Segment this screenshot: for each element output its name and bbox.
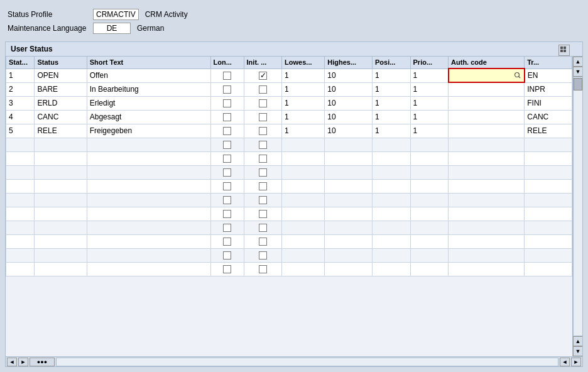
header-section: Status Profile CRMACTIV CRM Activity Mai…: [5, 5, 583, 41]
col-header-tr: Tr...: [525, 57, 572, 68]
main-container: Status Profile CRMACTIV CRM Activity Mai…: [0, 0, 588, 372]
cell-status: RELE: [35, 124, 87, 138]
col-header-init: Init. ...: [244, 57, 282, 68]
svg-rect-0: [560, 46, 563, 49]
maintenance-language-value: DE: [93, 23, 131, 34]
cell-auth-code[interactable]: [449, 82, 525, 96]
scroll-right-button[interactable]: ►: [18, 358, 28, 366]
scroll-down-button-top[interactable]: ▼: [573, 67, 582, 77]
svg-rect-1: [564, 46, 566, 49]
cell-stat: 3: [6, 96, 35, 110]
status-profile-row: Status Profile CRMACTIV CRM Activity: [8, 9, 580, 20]
cell-init[interactable]: [244, 82, 282, 96]
cell-lon[interactable]: [210, 110, 244, 124]
cell-tr: INPR: [525, 82, 572, 96]
cell-tr: RELE: [525, 124, 572, 138]
cell-lon[interactable]: [210, 124, 244, 138]
table-row[interactable]: 1OPENOffen11011 EN: [6, 68, 572, 82]
layout-icon[interactable]: [558, 45, 570, 56]
status-profile-label: Status Profile: [8, 10, 89, 19]
checkbox-empty[interactable]: [259, 265, 267, 273]
bottom-scroll-left[interactable]: ◄: [560, 358, 570, 366]
content-panel: User Status: [5, 41, 583, 367]
cell-lon[interactable]: [210, 68, 244, 82]
checkbox-empty[interactable]: [223, 251, 231, 260]
checkbox-empty[interactable]: [259, 168, 267, 177]
table-row[interactable]: 3ERLDErledigt11011FINI: [6, 96, 572, 110]
checkbox-empty[interactable]: [223, 238, 231, 246]
cell-prio: 1: [410, 68, 449, 82]
checkbox-empty[interactable]: [223, 210, 231, 218]
cell-lowest: 1: [282, 82, 325, 96]
checkbox-init[interactable]: [259, 127, 267, 135]
table-row-empty: [6, 193, 572, 207]
table-row[interactable]: 4CANCAbgesagt11011CANC: [6, 110, 572, 124]
cell-lowest: 1: [282, 110, 325, 124]
checkbox-empty[interactable]: [223, 196, 231, 204]
col-header-auth: Auth. code: [449, 57, 525, 68]
right-scrollbar[interactable]: ▲ ▼ ▲ ▼: [572, 57, 582, 356]
checkbox-empty[interactable]: [259, 251, 267, 260]
cell-lon[interactable]: [210, 82, 244, 96]
cell-highest: 10: [325, 124, 373, 138]
checkbox-empty[interactable]: [259, 238, 267, 246]
cell-auth-code[interactable]: [449, 68, 525, 82]
checkbox-empty[interactable]: [259, 155, 267, 163]
cell-tr: CANC: [525, 110, 572, 124]
cell-auth-code[interactable]: [449, 96, 525, 110]
cell-auth-code[interactable]: [449, 110, 525, 124]
bottom-scroll-right[interactable]: ►: [571, 358, 581, 366]
checkbox-empty[interactable]: [259, 210, 267, 218]
scroll-down-bottom[interactable]: ▼: [573, 346, 582, 356]
panel-title: User Status: [6, 42, 582, 57]
scroll-up-button[interactable]: ▲: [573, 57, 582, 67]
cell-lon[interactable]: [210, 96, 244, 110]
cell-short-text: Freigegeben: [87, 124, 210, 138]
table-row-empty: [6, 179, 572, 193]
table-row[interactable]: 2BAREIn Bearbeitung11011INPR: [6, 82, 572, 96]
svg-rect-3: [564, 50, 566, 52]
checkbox-empty[interactable]: [223, 182, 231, 190]
scroll-thumb[interactable]: [574, 78, 582, 90]
checkbox-lon[interactable]: [223, 85, 231, 94]
bottom-scrollbar[interactable]: ◄ ► ●●● ◄ ►: [6, 356, 582, 366]
search-icon[interactable]: [514, 72, 521, 79]
cell-init[interactable]: [244, 110, 282, 124]
checkbox-empty[interactable]: [223, 224, 231, 232]
checkbox-init[interactable]: [259, 99, 267, 107]
checkbox-empty[interactable]: [223, 141, 231, 149]
maintenance-language-row: Maintenance Language DE German: [8, 23, 580, 34]
checkbox-empty[interactable]: [259, 224, 267, 232]
checkbox-empty[interactable]: [223, 155, 231, 163]
cell-init[interactable]: [244, 96, 282, 110]
table-row-empty: [6, 138, 572, 151]
cell-auth-code[interactable]: [449, 124, 525, 138]
svg-line-5: [518, 77, 520, 79]
scroll-track[interactable]: [573, 77, 582, 336]
cell-init[interactable]: [244, 68, 282, 82]
cell-posi: 1: [372, 82, 410, 96]
col-header-lowest: Lowes...: [282, 57, 325, 68]
checkbox-lon[interactable]: [223, 99, 231, 107]
cell-prio: 1: [410, 110, 449, 124]
checkbox-init[interactable]: [259, 113, 267, 121]
checkbox-init[interactable]: [259, 72, 267, 80]
checkbox-lon[interactable]: [223, 113, 231, 121]
checkbox-empty[interactable]: [259, 196, 267, 204]
checkbox-empty[interactable]: [223, 265, 231, 273]
table-area: Stat... Status Short Text Lon... Init. .…: [6, 57, 572, 356]
scroll-left-button[interactable]: ◄: [7, 358, 17, 366]
scroll-nav-button[interactable]: ●●●: [30, 358, 55, 366]
checkbox-lon[interactable]: [223, 127, 231, 135]
checkbox-init[interactable]: [259, 85, 267, 94]
col-header-stat: Stat...: [6, 57, 35, 68]
checkbox-empty[interactable]: [259, 182, 267, 190]
scroll-up-bottom[interactable]: ▲: [573, 336, 582, 346]
table-row[interactable]: 5RELEFreigegeben11011RELE: [6, 124, 572, 138]
maintenance-language-desc: German: [137, 24, 164, 33]
checkbox-empty[interactable]: [259, 141, 267, 149]
cell-init[interactable]: [244, 124, 282, 138]
checkbox-empty[interactable]: [223, 168, 231, 177]
checkbox-lon[interactable]: [223, 72, 231, 80]
table-row-empty: [6, 248, 572, 262]
